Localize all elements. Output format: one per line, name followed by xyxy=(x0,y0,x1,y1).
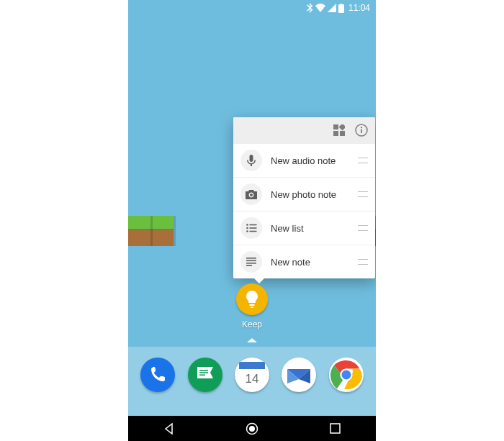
camera-icon xyxy=(240,183,262,205)
bluetooth-icon xyxy=(306,3,313,13)
svg-rect-25 xyxy=(330,424,340,433)
svg-rect-10 xyxy=(249,227,256,229)
shortcut-new-note[interactable]: New note xyxy=(233,245,375,278)
svg-point-7 xyxy=(246,224,248,226)
svg-rect-14 xyxy=(246,260,256,262)
popup-pointer xyxy=(254,278,264,283)
svg-rect-3 xyxy=(339,124,345,130)
svg-rect-12 xyxy=(249,231,256,232)
svg-point-22 xyxy=(341,370,351,380)
drag-handle-icon[interactable] xyxy=(358,259,368,265)
app-drawer-caret-icon[interactable] xyxy=(247,337,257,343)
phone-screen: 11:04 New xyxy=(128,0,376,441)
svg-rect-2 xyxy=(340,131,345,136)
shortcut-label: New list xyxy=(271,223,358,234)
svg-rect-6 xyxy=(361,129,362,134)
drag-handle-icon[interactable] xyxy=(358,191,368,197)
shortcut-new-audio-note[interactable]: New audio note xyxy=(233,143,375,177)
phone-app-icon[interactable] xyxy=(140,358,175,392)
navigation-bar xyxy=(128,416,376,441)
svg-point-24 xyxy=(249,426,255,432)
chrome-app-icon[interactable] xyxy=(329,358,364,392)
shortcut-new-photo-note[interactable]: New photo note xyxy=(233,177,375,211)
drag-handle-icon[interactable] xyxy=(358,225,368,231)
shortcut-label: New note xyxy=(271,257,358,268)
svg-rect-0 xyxy=(333,124,338,129)
svg-point-11 xyxy=(246,230,248,232)
nav-recents-icon[interactable] xyxy=(330,423,341,434)
mic-icon xyxy=(240,150,262,171)
shortcut-label: New audio note xyxy=(271,155,358,166)
keep-app-icon xyxy=(236,283,268,315)
keep-app-label: Keep xyxy=(223,319,281,329)
widget-icon[interactable] xyxy=(333,124,345,136)
svg-rect-8 xyxy=(249,224,256,226)
list-icon xyxy=(240,217,262,239)
status-time: 11:04 xyxy=(348,3,370,13)
popup-header xyxy=(233,117,375,143)
svg-rect-15 xyxy=(246,263,256,264)
battery-icon xyxy=(338,4,344,13)
svg-point-9 xyxy=(246,227,248,229)
svg-rect-13 xyxy=(246,258,256,259)
svg-rect-16 xyxy=(246,265,252,266)
status-bar: 11:04 xyxy=(306,0,376,16)
nav-home-icon[interactable] xyxy=(246,422,258,435)
inbox-app-icon[interactable] xyxy=(282,358,316,392)
calendar-day-label: 14 xyxy=(235,372,269,386)
app-shortcut-popup: New audio note New photo note New list xyxy=(233,117,375,278)
wifi-icon xyxy=(315,4,325,12)
svg-rect-17 xyxy=(199,370,208,371)
note-icon xyxy=(240,251,262,273)
messages-app-icon[interactable] xyxy=(188,358,222,392)
calendar-app-icon[interactable]: 14 xyxy=(235,358,269,392)
shortcut-new-list[interactable]: New list xyxy=(233,211,375,245)
svg-rect-19 xyxy=(199,374,205,376)
info-icon[interactable] xyxy=(355,124,368,137)
shortcut-label: New photo note xyxy=(271,189,358,200)
svg-point-5 xyxy=(361,127,362,128)
keep-app[interactable]: Keep xyxy=(223,283,281,329)
svg-rect-1 xyxy=(333,131,338,136)
dock: 14 xyxy=(128,347,376,416)
nav-back-icon[interactable] xyxy=(163,423,175,435)
svg-rect-18 xyxy=(199,372,208,373)
drag-handle-icon[interactable] xyxy=(358,158,368,163)
stage: 11:04 New xyxy=(0,0,504,441)
cell-signal-icon xyxy=(328,4,336,12)
